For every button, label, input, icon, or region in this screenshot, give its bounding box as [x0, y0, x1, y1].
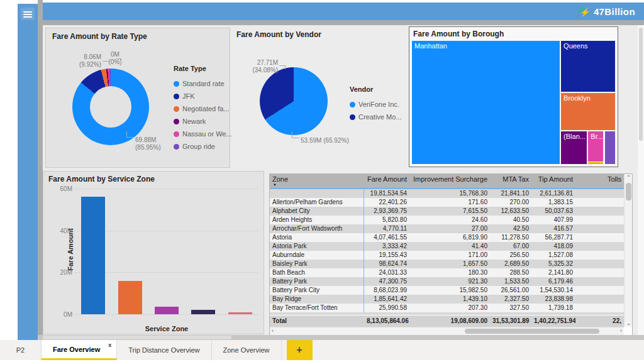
cell-zone: Arden Heights [270, 216, 364, 224]
table-row[interactable]: Baisley Park 98,624.74 1,657.50 2,689.50… [270, 260, 624, 268]
cell-tip-amount: 407.99 [531, 216, 575, 224]
table-row[interactable]: Allerton/Pelham Gardens 22,401.26 171.60… [270, 198, 624, 207]
canvas-scroll-thumb[interactable] [639, 28, 643, 141]
add-page-button[interactable]: + [287, 340, 313, 360]
treemap-node[interactable]: (Blan... [561, 131, 587, 164]
table-row[interactable]: Bay Ridge 1,85,641.42 1,439.10 2,327.50 … [270, 295, 624, 304]
table-row[interactable]: Auburndale 19,155.43 171.00 256.50 1,527… [270, 251, 624, 260]
cell-tolls [575, 224, 624, 233]
legend-item-label: Group ride [182, 143, 215, 150]
table-total-row: Total 8,13,05,864.06 19,08,609.00 31,53,… [270, 315, 624, 327]
callout-leader-line [103, 61, 109, 62]
treemap-node[interactable]: Brooklyn [561, 93, 615, 130]
legend-item[interactable]: Creative Mo... [350, 111, 401, 123]
bar[interactable] [118, 281, 142, 314]
top-bar: 47Billion [43, 3, 644, 20]
column-header-mta-tax[interactable]: MTA Tax [490, 174, 531, 188]
tab-p2[interactable]: P2 [0, 340, 42, 360]
cell-zone [270, 189, 364, 198]
cell-fare-amount: 1,85,641.42 [364, 295, 409, 304]
table-row[interactable]: Arden Heights 5,820.80 24.60 40.50 407.9… [270, 216, 624, 224]
column-header-fare-amount[interactable]: Fare Amount [364, 174, 409, 188]
legend-item[interactable]: Negotiated fa... [174, 102, 232, 115]
column-header-zone[interactable]: Zone ▲ [270, 174, 364, 188]
cell-fare-amount: 98,624.74 [364, 260, 409, 268]
legend-item[interactable]: Newark [174, 115, 232, 128]
table-row[interactable]: 19,81,534.54 15,768.30 21,841.10 2,61,13… [270, 189, 624, 198]
cell-improvement-surcharge: 41.40 [409, 242, 490, 251]
table-row[interactable]: Arrochar/Fort Wadsworth 4,770.11 27.00 4… [270, 224, 624, 233]
column-header-tolls[interactable]: Tolls [575, 174, 624, 188]
cell-mta-tax: 67.00 [490, 242, 531, 251]
hamburger-menu-icon[interactable] [21, 8, 35, 20]
cell-mta-tax: 26,561.00 [490, 286, 531, 295]
treemap-node[interactable]: Queens [561, 41, 615, 92]
table-row[interactable]: Alphabet City 2,93,369.75 7,615.50 12,63… [270, 207, 624, 216]
treemap-node[interactable] [588, 162, 603, 164]
rate-type-legend-title: Rate Type [174, 65, 232, 72]
cell-tip-amount: 1,527.08 [531, 251, 575, 260]
cell-tolls [575, 286, 624, 295]
cell-tip-amount: 1,383.15 [531, 198, 575, 207]
cell-improvement-surcharge: 171.60 [409, 198, 490, 207]
tab-fare-overview[interactable]: Fare Overview x [42, 340, 117, 360]
scroll-up-icon[interactable]: ⌃ [625, 175, 633, 180]
cell-tip-amount: 1,739.18 [531, 304, 575, 312]
table-row[interactable]: Battery Park City 8,68,023.99 15,982.50 … [270, 286, 624, 295]
column-header-improvement-surcharge[interactable]: Improvement Surcharge [409, 174, 490, 188]
tab-trip-distance-overview[interactable]: Trip Distance Overview [117, 340, 211, 360]
callout-leader-line [279, 65, 286, 69]
treemap-node[interactable] [605, 131, 615, 164]
legend-item-label: JFK [182, 92, 195, 100]
bar[interactable] [191, 310, 215, 314]
y-tick: 40M [52, 228, 72, 234]
scroll-right-icon[interactable]: › [620, 327, 622, 334]
legend-item[interactable]: JFK [174, 90, 232, 102]
canvas-vertical-scrollbar[interactable] [638, 25, 644, 335]
legend-item-label: Negotiated fa... [182, 105, 230, 112]
table-row[interactable]: Bath Beach 24,031.33 180.30 288.50 2,141… [270, 268, 624, 277]
legend-item[interactable]: Group ride [174, 140, 232, 153]
cell-mta-tax: 270.00 [490, 198, 531, 207]
treemap-node[interactable]: Manhattan [412, 41, 560, 164]
canvas-horizontal-scrollbar[interactable] [38, 335, 644, 340]
bar[interactable] [155, 307, 179, 314]
scroll-down-icon[interactable]: ⌄ [625, 321, 633, 326]
table-row[interactable]: Astoria 4,07,461.55 6,819.90 11,278.50 5… [270, 233, 624, 242]
total-mta-tax: 31,53,301.89 [490, 315, 531, 327]
cell-improvement-surcharge: 207.30 [409, 304, 490, 312]
treemap-node[interactable]: Br... [588, 131, 603, 162]
cell-tolls [575, 260, 624, 268]
tab-zone-overview[interactable]: Zone Overview [212, 340, 282, 360]
legend-item-label: VeriFone Inc. [358, 101, 399, 108]
cell-tolls [575, 242, 624, 251]
canvas-horizontal-scroll-thumb[interactable] [43, 336, 231, 339]
bar[interactable] [81, 197, 105, 314]
legend-item[interactable]: Nassau or We... [174, 128, 232, 140]
cell-tip-amount: 418.09 [531, 242, 575, 251]
rate-type-donut-chart[interactable] [72, 69, 149, 145]
vertical-scroll-thumb[interactable] [626, 183, 631, 200]
bar[interactable] [228, 312, 252, 314]
cell-mta-tax: 256.50 [490, 251, 531, 260]
total-improvement-surcharge: 19,08,609.00 [409, 315, 490, 327]
legend-item[interactable]: VeriFone Inc. [350, 98, 401, 111]
table-vertical-scrollbar[interactable]: ⌃ ⌄ [624, 174, 632, 327]
legend-item[interactable]: Standard rate [174, 77, 232, 90]
column-header-tip-amount[interactable]: Tip Amount [531, 174, 575, 188]
cell-improvement-surcharge: 15,768.30 [409, 189, 490, 198]
table-row[interactable]: Battery Park 47,300.75 921.30 1,533.50 6… [270, 277, 624, 286]
y-tick: 20M [52, 269, 72, 276]
borough-chart-title: Fare Amount by Borough [413, 30, 504, 38]
scroll-left-icon[interactable]: ‹ [272, 327, 274, 334]
cell-fare-amount: 4,770.11 [364, 224, 409, 233]
table-row[interactable]: Bay Terrace/Fort Totten 25,990.58 207.30… [270, 304, 624, 312]
total-fare-amount: 8,13,05,864.06 [364, 315, 409, 327]
table-horizontal-scrollbar[interactable]: ‹ › [270, 327, 624, 335]
horizontal-scroll-thumb[interactable] [465, 329, 599, 334]
cell-improvement-surcharge: 6,819.90 [409, 233, 490, 242]
table-row[interactable]: Astoria Park 3,333.42 41.40 67.00 418.09 [270, 242, 624, 251]
legend-dot-icon [174, 144, 179, 150]
close-tab-icon[interactable]: x [108, 342, 111, 348]
vendor-pie-chart[interactable] [260, 67, 328, 135]
